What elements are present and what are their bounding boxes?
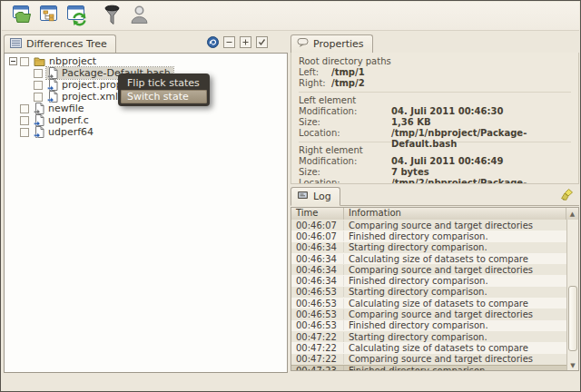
log-info: Starting directory comparison. (344, 242, 566, 252)
property-label: Size: (299, 167, 391, 178)
column-header-time[interactable]: Time (291, 208, 344, 220)
property-value: /tmp/1 (331, 67, 365, 78)
filter-button[interactable] (100, 4, 123, 28)
tree-item-label: udperf.c (48, 114, 89, 126)
scroll-down-icon[interactable]: ▼ (567, 362, 578, 369)
expand-all-icon[interactable] (240, 36, 251, 48)
property-row: Right:/tmp/2 (299, 78, 571, 89)
tree-item-label: project.xml (62, 91, 118, 103)
differences-tree-icon (10, 38, 22, 51)
property-row: Left:/tmp/1 (299, 67, 571, 78)
tree-item-main[interactable]: nbproject (33, 55, 99, 67)
property-value: /tmp/1/nbproject/Package-Default.bash (391, 128, 571, 139)
tab-differences-tree[interactable]: Differences Tree (4, 34, 116, 54)
log-info: Comparing source and target directories (344, 309, 566, 319)
log-row[interactable]: 00:47:22Comparing source and target dire… (291, 354, 566, 365)
property-value: 04. Juli 2011 00:46:49 (391, 156, 503, 167)
tree-item[interactable]: nbproject (5, 55, 287, 67)
log-row[interactable]: 00:46:07Finished directory comparison. (291, 230, 566, 241)
tree-item-main[interactable]: udperf.c (33, 114, 92, 126)
log-time: 00:47:22 (291, 332, 344, 342)
log-row[interactable]: 00:46:34Calculating size of datasets to … (291, 253, 566, 264)
context-menu-item[interactable]: Flip tick states (121, 76, 207, 90)
log-row[interactable]: 00:46:07Comparing source and target dire… (291, 220, 566, 230)
log-icon (297, 191, 309, 203)
log-time: 00:46:07 (291, 231, 344, 241)
log-row[interactable]: 00:46:53Calculating size of datasets to … (291, 298, 566, 309)
tab-properties[interactable]: Properties (290, 34, 373, 54)
user-button[interactable] (127, 4, 151, 28)
property-row: Size:1,36 KB (299, 117, 571, 128)
tick-checkbox[interactable] (20, 128, 29, 137)
tick-checkbox[interactable] (34, 81, 43, 90)
tick-all-icon[interactable] (256, 36, 268, 48)
folder-icon (34, 56, 45, 66)
log-time: 00:46:34 (291, 242, 344, 252)
log-row[interactable]: 00:46:34Finished directory comparison. (291, 275, 566, 286)
tick-checkbox[interactable] (20, 57, 29, 66)
tree-item[interactable]: udperf.c (5, 114, 287, 126)
file-icon (34, 103, 44, 114)
log-scrollbar[interactable]: ▼ (566, 220, 578, 370)
log-row[interactable]: 00:47:22Calculating size of datasets to … (291, 342, 566, 353)
log-row[interactable]: 00:47:23Finished directory comparison. (291, 365, 566, 370)
log-row[interactable]: 00:46:53Finished directory comparison. (291, 320, 566, 331)
log-time: 00:47:23 (291, 366, 344, 371)
log-row[interactable]: 00:46:34Comparing source and target dire… (291, 264, 566, 275)
log-time: 00:46:53 (291, 287, 344, 297)
refresh-icon (66, 4, 89, 29)
tree-item-main[interactable]: project.xml (46, 91, 121, 103)
log-row[interactable]: 00:46:34Starting directory comparison. (291, 242, 566, 253)
filter-icon (103, 4, 121, 29)
log-info: Finished directory comparison. (344, 231, 566, 241)
log-time: 00:46:53 (291, 320, 344, 330)
log-info: Calculating size of datasets to compare (344, 299, 566, 309)
property-value: 04. Juli 2011 00:46:30 (391, 106, 503, 117)
refresh-comparison-button[interactable] (65, 4, 89, 28)
scrollbar-thumb[interactable] (568, 286, 577, 351)
log-row[interactable]: 00:46:53Comparing source and target dire… (291, 309, 566, 319)
tree-item-main[interactable]: newfile (33, 103, 87, 114)
property-group: Left elementModification:04. Juli 2011 0… (299, 92, 571, 139)
tree-item[interactable]: udperf64 (5, 126, 287, 138)
refresh-view-icon[interactable] (207, 36, 219, 48)
property-group-title: Root directory paths (299, 55, 571, 67)
log-info: Comparing source and target directories (344, 354, 566, 364)
compare-directories-button[interactable] (11, 4, 34, 28)
toolbar (2, 2, 579, 31)
property-value: 1,36 KB (391, 117, 431, 128)
property-value: /tmp/2/nbproject/Package-Default.bash (391, 178, 571, 184)
scroll-up-icon[interactable]: ▲ (566, 208, 578, 220)
tree-view-button[interactable] (38, 4, 62, 28)
log-time: 00:46:53 (291, 299, 344, 309)
log-time: 00:47:22 (291, 343, 344, 353)
property-label: Location: (299, 128, 391, 139)
tab-label: Differences Tree (26, 38, 107, 50)
log-time: 00:46:34 (291, 276, 344, 286)
property-row: Modification:04. Juli 2011 00:46:30 (299, 106, 571, 117)
property-row: Modification:04. Juli 2011 00:46:49 (299, 156, 571, 167)
file-icon (34, 126, 44, 138)
log-row[interactable]: 00:46:53Starting directory comparison. (291, 287, 566, 298)
tab-log[interactable]: Log (290, 187, 340, 206)
log-tab-bar: Log (290, 186, 579, 206)
tick-checkbox[interactable] (20, 104, 29, 113)
log-time: 00:46:53 (291, 309, 344, 319)
app-window: Differences Tree (0, 0, 581, 392)
collapse-all-icon[interactable] (223, 36, 235, 48)
file-icon (34, 114, 44, 126)
column-header-information[interactable]: Information (344, 208, 566, 220)
context-menu-item[interactable]: Switch state (121, 90, 207, 103)
tick-checkbox[interactable] (34, 69, 43, 78)
log-row[interactable]: 00:47:22Starting directory comparison. (291, 331, 566, 342)
collapse-expander-icon[interactable] (8, 57, 18, 65)
tab-label: Log (313, 191, 331, 202)
properties-content: Root directory pathsLeft:/tmp/1Right:/tm… (290, 53, 579, 184)
log-info: Comparing source and target directories (344, 220, 566, 230)
file-icon (47, 91, 58, 103)
tick-checkbox[interactable] (20, 116, 29, 125)
clear-log-button[interactable] (558, 189, 575, 204)
tick-checkbox[interactable] (34, 93, 43, 102)
log-time: 00:46:34 (291, 265, 344, 275)
tree-item-main[interactable]: udperf64 (33, 126, 96, 138)
